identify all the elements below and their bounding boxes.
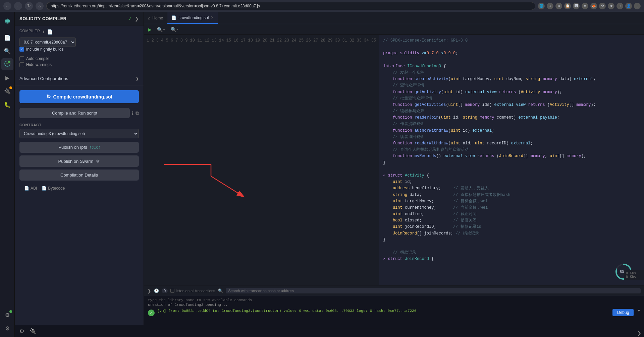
debug-expand-icon[interactable]: ▼	[638, 309, 640, 313]
publish-ipfs-label: Publish on Ipfs	[58, 145, 87, 150]
menu-icon: ⋮	[634, 3, 641, 9]
home-icon: ⌂	[148, 16, 150, 20]
sidebar-item-logo[interactable]: ◉	[1, 15, 13, 27]
ipfs-icon: ⬡⬡⬡	[90, 145, 100, 150]
console-search-input[interactable]	[226, 288, 641, 293]
nightly-checkbox[interactable]	[19, 47, 24, 52]
zoom-in-button[interactable]: 🔍+	[156, 26, 167, 33]
tab-file[interactable]: 📄 crowdfunding.sol ✕	[167, 12, 218, 24]
auto-compile-row: Auto compile	[19, 56, 139, 61]
console-log-text: [vm] from: 0x5B3...eddC4 to: Crowdfundin…	[157, 309, 416, 313]
abi-label: ABI	[31, 186, 37, 191]
abi-link[interactable]: 📄 ABI	[24, 186, 37, 191]
auto-compile-label: Auto compile	[26, 56, 49, 61]
compilation-details-label: Compilation Details	[60, 173, 98, 178]
network-stats: 0 Kbs 0 Kbs	[624, 270, 644, 280]
extension-icon-10: □	[616, 3, 623, 9]
browser-icons: 🌐 ♦ ∞ 📋 🅾 ❄ 🦊 ⚙ ★ □ 👤 ⋮	[538, 3, 641, 9]
compiler-version-row: COMPILER + 📄	[19, 29, 139, 35]
extension-icon-6: ❄	[582, 3, 588, 9]
code-wrapper: 1 2 3 4 5 6 7 8 9 10 11 12 13 14 15 16 1…	[144, 35, 644, 285]
nightly-label: Include nightly builds	[26, 47, 63, 52]
contract-select[interactable]: Crowdfunding3 (crowdfunding.sol)	[19, 129, 139, 138]
tab-home-label: Home	[152, 16, 163, 20]
file-icon[interactable]: 📄	[47, 29, 53, 35]
run-button[interactable]: ▶	[147, 26, 153, 33]
sidebar-item-deploy[interactable]: ▶	[1, 72, 13, 84]
extension-icon-5: 🅾	[573, 3, 580, 9]
panel-header-icons: ✓ ❯	[128, 15, 139, 22]
console-pending: creation of Crowdfunding3 pending...	[148, 303, 640, 307]
compiler-panel: SOLIDITY COMPILER ✓ ❯ COMPILER + 📄 0.8.7…	[15, 12, 144, 337]
settings-icon: ⚙	[5, 312, 10, 318]
publish-swarm-button[interactable]: Publish on Swarm ❄	[19, 155, 139, 167]
forward-button[interactable]: →	[14, 2, 22, 10]
advanced-config[interactable]: Advanced Configurations ❯	[15, 72, 144, 85]
plugin-icon-bottom[interactable]: 🔌	[30, 328, 36, 334]
compiler-version-select[interactable]: 0.8.7+commit.e28d00a7	[19, 38, 76, 47]
panel-header: SOLIDITY COMPILER ✓ ❯	[15, 12, 144, 25]
clock-icon: 🕐	[154, 288, 159, 293]
sidebar-item-settings2[interactable]: ⚙	[1, 322, 13, 334]
console-type-hint: type the library name to see available c…	[148, 298, 640, 302]
debug-icon: 🐛	[4, 102, 11, 108]
contract-section: CONTRACT Crowdfunding3 (crowdfunding.sol…	[15, 123, 144, 197]
settings-icon-bottom[interactable]: ⚙	[19, 328, 24, 334]
settings2-icon: ⚙	[5, 325, 10, 332]
sidebar-item-compile[interactable]	[1, 58, 13, 70]
file-tab-icon: 📄	[171, 15, 176, 20]
panel-expand-icon[interactable]: ❯	[135, 16, 139, 21]
publish-ipfs-button[interactable]: Publish on Ipfs ⬡⬡⬡	[19, 142, 139, 153]
success-icon: ✓	[148, 310, 155, 316]
bytecode-link[interactable]: 📄 Bytecode	[42, 186, 65, 191]
extension-icon-1: 🌐	[538, 3, 545, 9]
debug-button[interactable]: Debug	[612, 309, 634, 316]
transaction-count: 0	[162, 288, 168, 293]
compiler-label: COMPILER	[19, 29, 40, 33]
url-bar[interactable]	[46, 2, 535, 10]
back-button[interactable]: ←	[3, 2, 11, 10]
add-file-icon[interactable]: +	[42, 29, 45, 35]
sidebar-item-search[interactable]: 🔍	[1, 45, 13, 57]
panel-title: SOLIDITY COMPILER	[19, 16, 66, 21]
listen-checkbox[interactable]	[170, 289, 174, 293]
line-numbers: 1 2 3 4 5 6 7 8 9 10 11 12 13 14 15 16 1…	[144, 35, 379, 285]
extension-icon-9: ★	[608, 3, 614, 9]
compile-button[interactable]: ↻ Compile crowdfunding.sol	[19, 90, 139, 103]
info-icon[interactable]: ℹ	[132, 111, 133, 116]
editor-area: ⌂ Home 📄 crowdfunding.sol ✕ ▶ 🔍+ 🔍- 1 2 …	[144, 12, 644, 337]
home-button[interactable]: ⌂	[36, 2, 44, 10]
advanced-config-label: Advanced Configurations	[19, 76, 68, 81]
console-search-icon[interactable]: 🔍	[218, 288, 223, 293]
refresh-button[interactable]: ↻	[25, 2, 33, 10]
listen-checkbox-row: listen on all transactions	[170, 289, 215, 293]
console-expand-icon[interactable]: ❯	[147, 288, 151, 293]
sidebar-item-settings1[interactable]: ⚙	[1, 309, 13, 321]
copy-icon[interactable]: ⧉	[136, 110, 139, 116]
console-arrow-icon[interactable]: ❯	[637, 330, 641, 336]
contract-label: CONTRACT	[19, 123, 139, 127]
check-icon: ✓	[128, 15, 132, 22]
tab-home[interactable]: ⌂ Home	[144, 12, 167, 24]
plugins-icon: 🔌	[4, 88, 11, 94]
compile-run-button[interactable]: Compile and Run script	[19, 108, 130, 118]
extension-icon-8: ⚙	[599, 3, 606, 9]
tab-close-icon[interactable]: ✕	[211, 15, 214, 20]
swarm-icon: ❄	[96, 158, 100, 164]
listen-label: listen on all transactions	[176, 289, 215, 293]
zoom-out-button[interactable]: 🔍-	[169, 26, 179, 33]
hide-warnings-checkbox[interactable]	[19, 62, 24, 67]
sidebar-item-debug[interactable]: 🐛	[1, 98, 13, 111]
compile-icon	[4, 61, 10, 68]
sidebar-item-files[interactable]: 📄	[1, 31, 13, 44]
extension-icon-7: 🦊	[590, 3, 597, 9]
auto-compile-checkbox[interactable]	[19, 56, 24, 61]
code-content[interactable]: // SPDX-License-Identifier: GPL-3.0 prag…	[379, 35, 644, 285]
compilation-details-button[interactable]: Compilation Details	[19, 170, 139, 181]
bytecode-file-icon: 📄	[42, 186, 47, 191]
sidebar-item-plugins[interactable]: 🔌	[1, 85, 13, 97]
search-icon: 🔍	[4, 48, 11, 54]
abi-row: 📄 ABI 📄 Bytecode	[19, 183, 139, 193]
extension-icon-2: ♦	[547, 3, 553, 9]
extension-icon-3: ∞	[555, 3, 562, 9]
